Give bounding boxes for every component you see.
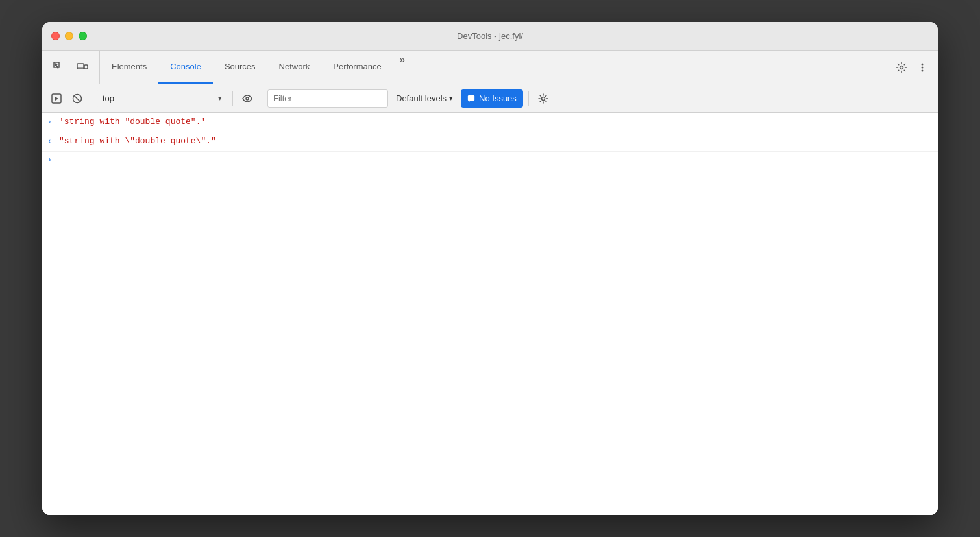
svg-point-4 bbox=[900, 66, 903, 69]
toolbar-divider-2 bbox=[232, 91, 233, 106]
inspect-icon bbox=[53, 62, 65, 73]
svg-rect-13 bbox=[468, 95, 474, 101]
toolbar-divider bbox=[883, 56, 883, 78]
close-button[interactable] bbox=[51, 32, 60, 40]
run-script-button[interactable] bbox=[47, 90, 66, 108]
inspect-element-button[interactable] bbox=[50, 58, 68, 77]
more-options-icon bbox=[916, 62, 928, 73]
toolbar-divider-4 bbox=[528, 91, 529, 106]
no-issues-button[interactable]: No Issues bbox=[461, 90, 523, 108]
traffic-lights bbox=[51, 32, 87, 40]
svg-point-5 bbox=[922, 63, 924, 65]
console-area: › 'string with "double quote".' ‹ "strin… bbox=[42, 113, 938, 515]
clear-console-button[interactable] bbox=[68, 90, 86, 108]
expand-chevron-1[interactable]: › bbox=[47, 115, 55, 128]
prompt-chevron: › bbox=[47, 156, 52, 165]
svg-point-12 bbox=[246, 97, 249, 100]
more-tabs-button[interactable]: » bbox=[393, 51, 411, 69]
tab-console[interactable]: Console bbox=[158, 51, 213, 84]
toolbar-icons bbox=[42, 51, 100, 84]
tab-sources[interactable]: Sources bbox=[213, 51, 267, 84]
context-text: top bbox=[103, 93, 214, 103]
chat-icon bbox=[467, 95, 475, 102]
tab-performance[interactable]: Performance bbox=[321, 51, 393, 84]
tab-network[interactable]: Network bbox=[267, 51, 322, 84]
toolbar-divider-1 bbox=[92, 91, 92, 106]
filter-input[interactable] bbox=[273, 93, 382, 103]
console-settings-icon bbox=[538, 93, 548, 104]
svg-marker-9 bbox=[55, 97, 58, 101]
customize-button[interactable] bbox=[913, 58, 931, 77]
settings-button[interactable] bbox=[892, 58, 911, 77]
minimize-button[interactable] bbox=[65, 32, 73, 40]
svg-point-6 bbox=[922, 66, 924, 68]
console-entry-text-2: "string with \"double quote\"." bbox=[59, 135, 216, 149]
console-input[interactable] bbox=[56, 156, 933, 165]
console-entry-1: › 'string with "double quote".' bbox=[42, 113, 938, 132]
svg-point-7 bbox=[922, 69, 924, 71]
run-icon bbox=[51, 93, 62, 104]
toolbar-divider-3 bbox=[262, 91, 262, 106]
window-title: DevTools - jec.fyi/ bbox=[457, 31, 523, 41]
tab-elements[interactable]: Elements bbox=[100, 51, 158, 84]
clear-icon bbox=[72, 93, 82, 104]
default-levels-arrow: ▾ bbox=[449, 94, 453, 102]
device-toggle-button[interactable] bbox=[73, 58, 92, 77]
default-levels-button[interactable]: Default levels ▾ bbox=[391, 90, 458, 108]
filter-input-wrapper bbox=[267, 90, 388, 108]
tab-bar: Elements Console Sources Network Perform… bbox=[42, 51, 938, 84]
context-selector[interactable]: top ▾ bbox=[97, 90, 227, 108]
devtools-panel: Elements Console Sources Network Perform… bbox=[42, 51, 938, 515]
svg-marker-14 bbox=[469, 101, 471, 102]
svg-point-15 bbox=[541, 97, 545, 100]
eye-button[interactable] bbox=[238, 90, 256, 108]
title-bar: DevTools - jec.fyi/ bbox=[42, 22, 938, 51]
console-toolbar: top ▾ Default levels ▾ bbox=[42, 84, 938, 113]
svg-rect-2 bbox=[84, 65, 88, 69]
svg-line-11 bbox=[74, 95, 80, 102]
echo-arrow-2: ‹ bbox=[47, 135, 55, 148]
settings-icon bbox=[896, 62, 907, 73]
tabs-container: Elements Console Sources Network Perform… bbox=[100, 51, 880, 84]
console-settings-button[interactable] bbox=[534, 90, 552, 108]
console-entry-2: ‹ "string with \"double quote\"." bbox=[42, 132, 938, 152]
maximize-button[interactable] bbox=[79, 32, 87, 40]
svg-rect-1 bbox=[77, 64, 84, 69]
console-prompt: › bbox=[42, 152, 938, 169]
console-entry-text-1: 'string with "double quote".' bbox=[59, 115, 206, 129]
device-icon bbox=[77, 62, 88, 73]
eye-icon bbox=[242, 93, 252, 104]
no-issues-label: No Issues bbox=[479, 93, 517, 103]
context-dropdown-arrow: ▾ bbox=[218, 94, 222, 102]
tab-end-icons bbox=[886, 51, 938, 84]
devtools-window: DevTools - jec.fyi/ bbox=[42, 22, 938, 515]
